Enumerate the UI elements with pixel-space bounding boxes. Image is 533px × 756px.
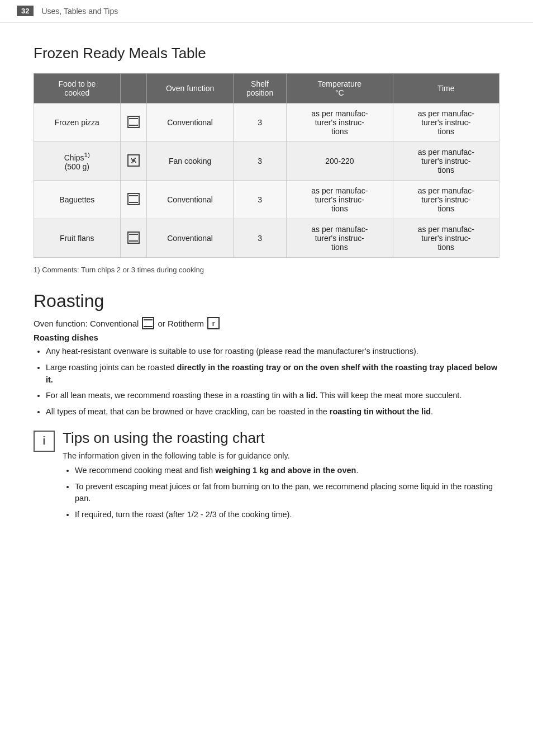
- cell-icon: [120, 181, 147, 219]
- cell-time: as per manufac-turer's instruc-tions: [393, 219, 499, 258]
- cell-shelf: 3: [233, 103, 286, 142]
- tips-section: i Tips on using the roasting chart The i…: [34, 429, 499, 525]
- col-header-oven: Oven function: [147, 74, 234, 103]
- cell-oven-function: Conventional: [147, 219, 234, 258]
- col-header-shelf: Shelfposition: [233, 74, 286, 103]
- cell-time: as per manufac-turer's instruc-tions: [393, 181, 499, 219]
- roasting-title: Roasting: [34, 291, 499, 311]
- main-content: Frozen Ready Meals Table Food to becooke…: [0, 22, 533, 547]
- cell-food: Baguettes: [34, 181, 121, 219]
- frozen-table: Food to becooked Oven function Shelfposi…: [34, 73, 499, 258]
- col-header-food: Food to becooked: [34, 74, 121, 103]
- cell-oven-function: Fan cooking: [147, 142, 234, 181]
- roasting-dishes-title: Roasting dishes: [34, 333, 499, 342]
- conventional-icon: [142, 317, 154, 329]
- cell-temp: as per manufac-turer's instruc-tions: [287, 103, 393, 142]
- tips-intro: The information given in the following t…: [63, 451, 499, 460]
- cell-icon: [120, 103, 147, 142]
- tips-bullet-item: We recommend cooking meat and fish weigh…: [75, 465, 499, 477]
- cell-food: Chips1)(500 g): [34, 142, 121, 181]
- cell-time: as per manufac-turer's instruc-tions: [393, 142, 499, 181]
- svg-text:r: r: [212, 320, 215, 328]
- info-icon: i: [42, 434, 46, 447]
- page-header: 32 Uses, Tables and Tips: [0, 0, 533, 22]
- roasting-bullet-item: Large roasting joints can be roasted dir…: [46, 362, 499, 386]
- cell-shelf: 3: [233, 219, 286, 258]
- tips-content: Tips on using the roasting chart The inf…: [63, 429, 499, 525]
- table-footnote: 1) Comments: Turn chips 2 or 3 times dur…: [34, 266, 499, 274]
- roasting-bullets: Any heat-resistant ovenware is suitable …: [34, 346, 499, 418]
- page-number: 32: [17, 6, 34, 16]
- cell-shelf: 3: [233, 181, 286, 219]
- page-header-title: Uses, Tables and Tips: [41, 7, 118, 16]
- cell-temp: as per manufac-turer's instruc-tions: [287, 181, 393, 219]
- cell-shelf: 3: [233, 142, 286, 181]
- cell-food: Frozen pizza: [34, 103, 121, 142]
- roasting-bullet-item: For all lean meats, we recommend roastin…: [46, 390, 499, 402]
- cell-oven-function: Conventional: [147, 181, 234, 219]
- col-header-icon: [120, 74, 147, 103]
- cell-time: as per manufac-turer's instruc-tions: [393, 103, 499, 142]
- oven-function-or: or Rotitherm: [158, 319, 204, 328]
- cell-icon: [120, 219, 147, 258]
- cell-oven-function: Conventional: [147, 103, 234, 142]
- oven-function-label: Oven function: Conventional: [34, 319, 139, 328]
- info-icon-box: i: [34, 431, 55, 452]
- col-header-time: Time: [393, 74, 499, 103]
- roasting-bullet-item: Any heat-resistant ovenware is suitable …: [46, 346, 499, 358]
- cell-temp: 200-220: [287, 142, 393, 181]
- table-row: Frozen pizza Conventional3as per manufac…: [34, 103, 499, 142]
- oven-function-line: Oven function: Conventional or Rotitherm…: [34, 317, 499, 329]
- rotitherm-icon: r: [207, 317, 220, 329]
- table-row: Chips1)(500 g) Fan cooking3200-220as per…: [34, 142, 499, 181]
- cell-icon: [120, 142, 147, 181]
- tips-bullet-item: If required, turn the roast (after 1/2 -…: [75, 509, 499, 521]
- conventional-icon: [127, 116, 140, 128]
- col-header-temp: Temperature°C: [287, 74, 393, 103]
- cell-temp: as per manufac-turer's instruc-tions: [287, 219, 393, 258]
- tips-bullets: We recommend cooking meat and fish weigh…: [63, 465, 499, 521]
- table-row: Fruit flans Conventional3as per manufac-…: [34, 219, 499, 258]
- table-row: Baguettes Conventional3as per manufac-tu…: [34, 181, 499, 219]
- cell-food: Fruit flans: [34, 219, 121, 258]
- conventional-icon: [127, 193, 140, 205]
- fan-icon: [127, 154, 140, 167]
- conventional-icon: [127, 231, 140, 244]
- roasting-bullet-item: All types of meat, that can be browned o…: [46, 406, 499, 418]
- frozen-section-title: Frozen Ready Meals Table: [34, 45, 499, 62]
- tips-title: Tips on using the roasting chart: [63, 429, 499, 447]
- tips-bullet-item: To prevent escaping meat juices or fat f…: [75, 481, 499, 505]
